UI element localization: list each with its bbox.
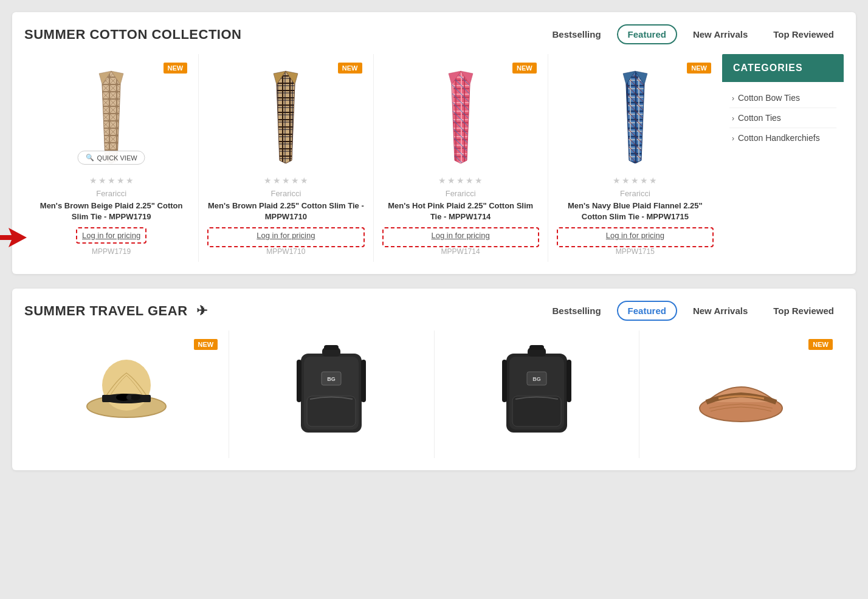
tie-image-1: [84, 66, 139, 163]
tab-topreviewed-2[interactable]: Top Reviewed: [763, 302, 844, 320]
stars-1: ★ ★ ★ ★ ★: [89, 176, 134, 185]
product-image-1: NEW: [33, 60, 190, 169]
sku-2: MPPW1710: [266, 247, 305, 256]
tab-newarrivals-2[interactable]: New Arrivals: [683, 302, 757, 320]
categories-list: › Cotton Bow Ties › Cotton Ties › Cotton…: [722, 82, 844, 154]
summer-travel-section: SUMMER TRAVEL GEAR ✈ Bestselling Feature…: [12, 289, 856, 470]
new-badge-1: NEW: [164, 63, 188, 74]
quick-view-btn-1[interactable]: 🔍 QUICK VIEW: [78, 151, 145, 165]
product-col-3: NEW: [374, 54, 548, 262]
brand-1: Feraricci: [96, 189, 126, 198]
category-label-0: Cotton Bow Ties: [738, 93, 800, 103]
section2-header: SUMMER TRAVEL GEAR ✈ Bestselling Feature…: [24, 301, 844, 321]
tab-newarrivals-1[interactable]: New Arrivals: [683, 26, 757, 43]
summer-cotton-section: SUMMER COTTON COLLECTION Bestselling Fea…: [12, 12, 856, 274]
backpack-image-1: BG: [295, 341, 368, 442]
tie-image-3: [433, 66, 488, 163]
section1-header: SUMMER COTTON COLLECTION Bestselling Fea…: [24, 24, 844, 44]
search-icon-qv: 🔍: [86, 154, 94, 162]
stars-2: ★ ★ ★ ★ ★: [264, 176, 308, 185]
travel-new-badge-4: NEW: [808, 339, 833, 350]
travel-product-image-1: NEW: [33, 337, 220, 446]
sku-4: MPPW1715: [616, 247, 655, 256]
products-area-1: NEW: [24, 54, 844, 262]
section2-title-text: SUMMER TRAVEL GEAR: [24, 303, 188, 318]
new-badge-4: NEW: [687, 63, 711, 74]
brand-4: Feraricci: [620, 189, 650, 198]
product-col-2: NEW: [199, 54, 373, 262]
section1-tab-nav: Bestselling Featured New Arrivals Top Re…: [543, 24, 844, 44]
svg-rect-55: [512, 396, 561, 426]
category-item-0[interactable]: › Cotton Bow Ties: [729, 88, 836, 108]
section2-title: SUMMER TRAVEL GEAR ✈: [24, 303, 208, 319]
sku-1: MPPW1719: [92, 247, 131, 256]
straw-hat-image: [84, 349, 169, 434]
brand-2: Feraricci: [270, 189, 301, 198]
tie-image-2: [258, 66, 313, 163]
star-1: ★: [89, 176, 97, 185]
category-item-2[interactable]: › Cotton Handkerchiefs: [729, 128, 836, 148]
product-image-3: NEW: [382, 60, 539, 169]
travel-product-col-4: NEW: [639, 330, 844, 458]
stars-3: ★ ★ ★ ★ ★: [438, 176, 483, 185]
chevron-icon-0: ›: [732, 94, 734, 103]
svg-rect-51: [324, 345, 339, 350]
svg-rect-50: [361, 360, 366, 402]
quick-view-label-1: QUICK VIEW: [97, 154, 137, 162]
travel-product-col-1: NEW: [24, 330, 229, 458]
login-pricing-2[interactable]: Log in for pricing: [257, 231, 315, 240]
svg-rect-58: [502, 360, 507, 402]
product-name-2: Men's Brown Plaid 2.25" Cotton Slim Tie …: [207, 200, 364, 222]
products-grid-1: NEW: [24, 54, 722, 262]
product-name-1: Men's Brown Beige Plaid 2.25" Cotton Sli…: [33, 200, 190, 222]
svg-point-41: [131, 394, 140, 400]
product-image-2: NEW: [207, 60, 364, 169]
svg-marker-5: [102, 71, 120, 163]
plane-icon: ✈: [196, 303, 208, 319]
new-badge-3: NEW: [512, 63, 537, 74]
travel-new-badge-1: NEW: [194, 339, 218, 350]
tie-image-4: [608, 66, 663, 163]
svg-rect-59: [567, 360, 571, 402]
product-col-1: NEW: [24, 54, 199, 262]
star-3: ★: [108, 176, 115, 185]
product-image-4: NEW: [557, 60, 714, 169]
product-col-4: NEW: [548, 54, 722, 262]
section2-title-area: SUMMER TRAVEL GEAR ✈: [24, 303, 525, 319]
category-item-1[interactable]: › Cotton Ties: [729, 108, 836, 128]
stars-4: ★ ★ ★ ★ ★: [613, 176, 657, 185]
pricing-wrapper-3: Log in for pricing: [382, 227, 539, 247]
login-pricing-1[interactable]: Log in for pricing: [76, 227, 146, 244]
section2-tab-nav: Bestselling Featured New Arrivals Top Re…: [543, 301, 844, 321]
tab-bestselling-2[interactable]: Bestselling: [543, 302, 611, 320]
svg-text:BG: BG: [328, 376, 336, 382]
category-label-2: Cotton Handkerchiefs: [738, 133, 820, 143]
travel-product-col-3: BG: [435, 330, 639, 458]
chevron-icon-2: ›: [732, 134, 734, 143]
new-badge-2: NEW: [338, 63, 362, 74]
svg-marker-14: [277, 71, 295, 163]
tab-featured-1[interactable]: Featured: [617, 24, 677, 44]
svg-rect-60: [529, 345, 544, 350]
login-pricing-4[interactable]: Log in for pricing: [606, 231, 664, 240]
categories-panel: CATEGORIES › Cotton Bow Ties › Cotton Ti…: [722, 54, 844, 262]
tab-bestselling-1[interactable]: Bestselling: [543, 26, 611, 43]
category-label-1: Cotton Ties: [738, 113, 781, 123]
products-grid-2: NEW: [24, 330, 844, 458]
login-pricing-3[interactable]: Log in for pricing: [432, 231, 490, 240]
tab-topreviewed-1[interactable]: Top Reviewed: [763, 26, 844, 43]
travel-product-image-4: NEW: [648, 337, 835, 446]
svg-marker-8: [0, 228, 27, 247]
svg-rect-46: [307, 396, 356, 426]
visor-hat-image: [697, 347, 785, 436]
svg-rect-49: [297, 360, 301, 402]
tab-featured-2[interactable]: Featured: [617, 301, 677, 321]
travel-product-col-2: BG: [229, 330, 434, 458]
chevron-icon-1: ›: [732, 114, 734, 123]
red-arrow-icon: [0, 227, 27, 248]
svg-point-42: [126, 395, 131, 400]
brand-3: Feraricci: [446, 189, 476, 198]
section1-title: SUMMER COTTON COLLECTION: [24, 27, 241, 43]
svg-marker-23: [452, 71, 470, 163]
travel-product-image-2: BG: [238, 337, 425, 446]
